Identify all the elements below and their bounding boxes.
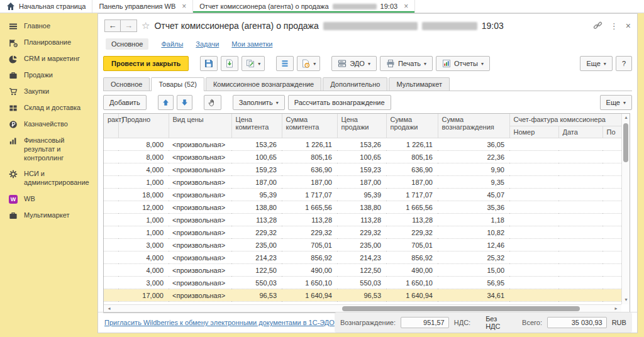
cell-sale-sum[interactable]: 705,01: [386, 238, 438, 251]
cell-c0[interactable]: [104, 175, 118, 188]
tab-home[interactable]: Начальная страница: [0, 0, 92, 13]
table-row[interactable]: 8,000<произвольная>153,261 226,11153,261…: [104, 138, 621, 150]
table-row[interactable]: 17,000<произвольная>96,531 640,9496,531 …: [104, 289, 621, 301]
cell-sold[interactable]: 8,000: [118, 138, 169, 150]
cell-committent-price[interactable]: 113,28: [231, 213, 282, 226]
add-row-button[interactable]: Добавить: [103, 95, 147, 110]
table-row[interactable]: 1,000<произвольная>229,32229,32229,32229…: [104, 226, 621, 238]
cell-fee[interactable]: 35,36: [438, 201, 509, 213]
cell-sold[interactable]: 3,000: [118, 276, 169, 289]
cell-committent-price[interactable]: 138,80: [231, 201, 282, 213]
cell-price-type[interactable]: <произвольная>: [169, 138, 231, 150]
col-sale-price[interactable]: Цена продажи: [337, 114, 386, 138]
cell-c0[interactable]: [104, 150, 118, 163]
cell-invoice-date[interactable]: [558, 251, 602, 263]
cell-fee[interactable]: 56,95: [438, 276, 509, 289]
cell-sold[interactable]: 4,000: [118, 251, 169, 263]
vertical-scroll-thumb[interactable]: [623, 123, 628, 162]
cell-committent-sum[interactable]: 805,16: [282, 150, 337, 163]
cell-invoice-date[interactable]: [558, 226, 602, 238]
cell-price-type[interactable]: <произвольная>: [169, 201, 231, 213]
cell-sale-sum[interactable]: 1 640,94: [386, 289, 438, 301]
cell-invoice-extra[interactable]: [602, 251, 621, 263]
sidebar-item-sales[interactable]: Продажи: [0, 67, 97, 84]
cell-invoice-extra[interactable]: [602, 150, 621, 163]
cell-invoice-extra[interactable]: [602, 138, 621, 150]
cell-invoice-number[interactable]: [509, 188, 558, 201]
cell-sale-price[interactable]: 96,53: [337, 289, 386, 301]
col-committent-price[interactable]: Цена комитента: [231, 114, 282, 138]
post-and-close-button[interactable]: Провести и закрыть: [103, 56, 189, 71]
cell-committent-sum[interactable]: 113,28: [282, 213, 337, 226]
table-row[interactable]: 18,000<произвольная>95,391 717,0795,391 …: [104, 188, 621, 201]
cell-c0[interactable]: [104, 188, 118, 201]
cell-committent-sum[interactable]: 187,00: [282, 175, 337, 188]
cell-invoice-date[interactable]: [558, 175, 602, 188]
cell-c0[interactable]: [104, 226, 118, 238]
sidebar-item-nsi-admin[interactable]: НСИ и администрирование: [0, 166, 97, 191]
cell-fee[interactable]: 45,07: [438, 188, 509, 201]
cell-sale-sum[interactable]: 1 665,56: [386, 201, 438, 213]
cell-c0[interactable]: [104, 213, 118, 226]
cell-invoice-date[interactable]: [558, 150, 602, 163]
cell-invoice-extra[interactable]: [602, 226, 621, 238]
cell-invoice-date[interactable]: [558, 188, 602, 201]
cell-committent-price[interactable]: 235,00: [231, 238, 282, 251]
close-icon[interactable]: ×: [626, 21, 631, 31]
cell-committent-price[interactable]: 550,03: [231, 276, 282, 289]
cell-sale-price[interactable]: 95,39: [337, 188, 386, 201]
cell-invoice-date[interactable]: [558, 163, 602, 175]
cell-invoice-number[interactable]: [509, 226, 558, 238]
cell-sale-sum[interactable]: 1 226,11: [386, 138, 438, 150]
cell-c0[interactable]: [104, 163, 118, 175]
cell-invoice-number[interactable]: [509, 213, 558, 226]
create-based-on-button[interactable]: ▾: [242, 56, 265, 71]
sidebar-item-planning[interactable]: Планирование: [0, 35, 97, 51]
cell-invoice-number[interactable]: [509, 138, 558, 150]
cell-committent-sum[interactable]: 229,32: [282, 226, 337, 238]
sidebar-item-treasury[interactable]: Казначейство: [0, 116, 97, 133]
cell-committent-sum[interactable]: 1 226,11: [282, 138, 337, 150]
edo-invite-link[interactable]: Пригласить Wildberries к обмену электрон…: [104, 319, 335, 326]
cell-invoice-extra[interactable]: [602, 163, 621, 175]
cell-committent-price[interactable]: 229,32: [231, 226, 282, 238]
cell-c0[interactable]: [104, 289, 118, 301]
cell-committent-sum[interactable]: 1 665,56: [282, 201, 337, 213]
table-row[interactable]: 4,000<произвольная>214,23856,92214,23856…: [104, 251, 621, 263]
tab-wb-panel[interactable]: Панель управления WB ×: [92, 0, 193, 13]
cell-c0[interactable]: [104, 276, 118, 289]
cell-sale-sum[interactable]: 1 650,10: [386, 276, 438, 289]
cell-invoice-extra[interactable]: [602, 289, 621, 301]
cell-sale-sum[interactable]: 187,00: [386, 175, 438, 188]
print-button[interactable]: Печать▾: [380, 56, 433, 71]
fill-button[interactable]: Заполнить▾: [233, 95, 285, 110]
cell-sold[interactable]: 3,000: [118, 238, 169, 251]
back-button[interactable]: ←: [104, 19, 121, 32]
scroll-down-icon[interactable]: ▾: [622, 297, 630, 304]
cell-committent-price[interactable]: 159,23: [231, 163, 282, 175]
kebab-menu-icon[interactable]: ⋮: [610, 21, 618, 31]
cell-sale-price[interactable]: 113,28: [337, 213, 386, 226]
cell-committent-sum[interactable]: 1 640,94: [282, 289, 337, 301]
register-records-button[interactable]: [276, 56, 294, 71]
cell-invoice-date[interactable]: [558, 138, 602, 150]
cell-invoice-date[interactable]: [558, 213, 602, 226]
cell-fee[interactable]: 25,32: [438, 251, 509, 263]
cell-fee[interactable]: 9,90: [438, 163, 509, 175]
horizontal-scroll-thumb[interactable]: [342, 306, 580, 311]
col-c0[interactable]: ракт): [104, 114, 118, 138]
col-price-type[interactable]: Вид цены: [169, 114, 231, 138]
table-row[interactable]: 12,000<произвольная>138,801 665,56138,80…: [104, 201, 621, 213]
cell-price-type[interactable]: <произвольная>: [169, 175, 231, 188]
table-row[interactable]: 3,000<произвольная>550,031 650,10550,031…: [104, 276, 621, 289]
cell-invoice-number[interactable]: [509, 276, 558, 289]
total-value-field[interactable]: 35 030,93: [547, 317, 607, 328]
cell-sold[interactable]: 1,000: [118, 213, 169, 226]
cell-committent-sum[interactable]: 1 717,07: [282, 188, 337, 201]
cell-committent-price[interactable]: 95,39: [231, 188, 282, 201]
cell-c0[interactable]: [104, 263, 118, 276]
vat-value[interactable]: Без НДС: [486, 315, 511, 330]
doc-tab-osnovnoe[interactable]: Основное: [103, 77, 150, 91]
cell-sale-price[interactable]: 122,50: [337, 263, 386, 276]
cell-committent-price[interactable]: 122,50: [231, 263, 282, 276]
